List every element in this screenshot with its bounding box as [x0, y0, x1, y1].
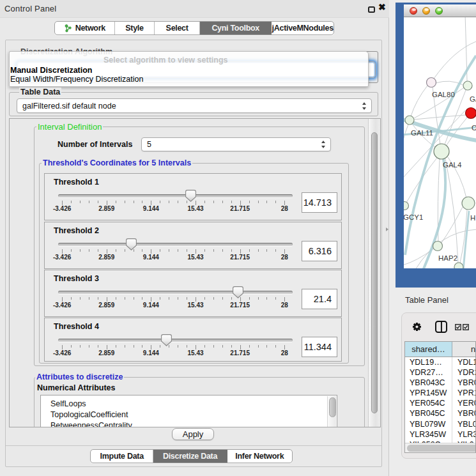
attribute-list-item[interactable]: BetweennessCentrality [41, 420, 337, 427]
network-window-titlebar[interactable] [404, 4, 476, 17]
node-bottom[interactable] [454, 263, 463, 268]
threshold-slider-track[interactable] [58, 243, 293, 246]
slider-tick-minor [160, 297, 160, 300]
slider-tick-minor [142, 201, 142, 203]
checkbox-icon[interactable] [463, 324, 469, 330]
threshold-value-field[interactable]: 14.713 [302, 192, 337, 213]
slider-tick-minor [258, 249, 259, 252]
table-horizontal-scrollbar[interactable] [405, 443, 475, 452]
GAL11-node[interactable] [405, 116, 414, 125]
table-data-combobox[interactable]: galFiltered.sif default node [17, 98, 372, 113]
node-H[interactable] [462, 197, 475, 210]
table-row[interactable]: YBL079WYBL0 [405, 419, 476, 429]
tab-network[interactable]: Network [55, 22, 115, 35]
slider-tick-major [196, 345, 196, 349]
table-row[interactable]: YER054CYER0 [405, 398, 476, 408]
apply-button[interactable]: Apply [172, 428, 214, 440]
table-hscrollbar-thumb[interactable] [407, 445, 476, 452]
network-view-window[interactable]: GAL80GACGAL11GAL4GCY1HHAP2 [395, 3, 476, 288]
slider-tick-minor [213, 345, 214, 348]
table-column-header[interactable]: n [452, 342, 476, 357]
window-zoom-button[interactable] [435, 7, 443, 15]
table-row[interactable]: YDR27…YDR2 [405, 367, 476, 378]
slider-tick-minor [213, 201, 214, 203]
algorithm-option[interactable]: Manual Discretization [10, 66, 93, 75]
threshold-panel: Threshold 4-3.4262.8599.14415.4321.71528… [44, 318, 342, 362]
slider-tick-minor [160, 345, 160, 348]
table-row[interactable]: YBR045CYBR0 [405, 408, 476, 418]
threshold-slider-thumb[interactable] [185, 190, 196, 202]
table-row[interactable]: YLR345WYLR3 [405, 429, 476, 440]
slider-tick-minor [125, 345, 125, 348]
checkbox-icon[interactable] [455, 324, 461, 330]
settings-scrollbar-thumb[interactable] [371, 132, 378, 413]
tab-impute-data[interactable]: Impute Data [91, 450, 153, 463]
table-column-header[interactable]: shared… [405, 342, 452, 357]
slider-tick-minor [134, 297, 134, 300]
number-of-intervals-combobox[interactable]: 5 [141, 137, 331, 151]
window-minimize-button[interactable] [422, 7, 430, 15]
threshold-value-field[interactable]: 11.344 [302, 337, 337, 357]
checkbox-icons[interactable] [455, 324, 469, 330]
tab-label: Style [125, 24, 143, 33]
columns-icon[interactable] [435, 321, 447, 333]
tab-cyni-toolbox[interactable]: Cyni Toolbox [200, 22, 272, 35]
threshold-slider-thumb[interactable] [161, 334, 172, 346]
tab-select[interactable]: Select [155, 22, 200, 35]
slider-tick-label: 9.144 [143, 205, 159, 212]
slider-tick-label: 9.144 [143, 302, 159, 309]
threshold-slider-thumb[interactable] [126, 238, 137, 250]
threshold-slider-track[interactable] [58, 291, 293, 294]
slider-tick-minor [231, 345, 232, 348]
slider-tick-label: 15.43 [188, 205, 204, 212]
gear-icon[interactable] [411, 321, 422, 332]
threshold-label: Threshold 1 [54, 178, 99, 187]
tab-discretize-data[interactable]: Discretize Data [153, 450, 227, 463]
slider-tick-minor [178, 201, 178, 203]
attribute-list-item[interactable]: TopologicalCoefficient [41, 410, 337, 420]
node-label: GA [470, 95, 476, 103]
slider-tick-major [240, 201, 241, 205]
numerical-attributes-list[interactable]: SelfLoopsTopologicalCoefficientBetweenne… [40, 395, 337, 427]
tab-style[interactable]: Style [115, 22, 155, 35]
slider-tick-minor [275, 345, 276, 348]
attributes-list-scrollbar[interactable] [327, 396, 336, 427]
threshold-slider-track[interactable] [58, 339, 293, 342]
table-row[interactable]: YDL19…YDL1 [405, 357, 476, 367]
close-icon[interactable]: ✖ [378, 2, 386, 12]
slider-tick-label: 2.859 [98, 205, 114, 212]
slider-tick-minor [125, 249, 125, 252]
GCY1-node[interactable] [404, 202, 409, 210]
table-cell: YBR043C [405, 378, 452, 388]
table-row[interactable]: YPR145WYPR1 [405, 388, 476, 398]
HAP2-node[interactable] [433, 242, 443, 251]
settings-vertical-scrollbar[interactable] [368, 119, 380, 427]
node-2[interactable] [463, 81, 472, 90]
window-close-button[interactable] [410, 7, 417, 15]
tab-jactivemnodules[interactable]: jActiveMNodules [272, 22, 334, 35]
threshold-value-field[interactable]: 6.316 [302, 241, 337, 261]
threshold-value-field[interactable]: 21.4 [302, 289, 337, 309]
threshold-slider-thumb[interactable] [233, 286, 243, 298]
splitpane-collapse-icon[interactable] [386, 227, 388, 231]
attribute-list-item[interactable]: SelfLoops [41, 399, 337, 410]
slider-tick-major [240, 249, 241, 254]
threshold-panel: Threshold 3-3.4262.8599.14415.4321.71528… [44, 270, 342, 317]
GAL4-node[interactable] [434, 144, 449, 159]
float-window-icon[interactable] [368, 6, 375, 13]
tab-infer-network[interactable]: Infer Network [227, 450, 292, 463]
slider-tick-minor [187, 345, 187, 348]
threshold-slider-track[interactable] [58, 194, 293, 197]
slider-tick-label: 15.43 [188, 302, 204, 309]
slider-tick-minor [134, 345, 134, 348]
interval-definition-group-title: Interval Definition [36, 122, 103, 132]
algorithm-option[interactable]: Equal Width/Frequency Discretization [10, 75, 143, 84]
attributes-list-scrollbar-thumb[interactable] [329, 397, 336, 417]
node-red[interactable] [466, 108, 476, 119]
tab-label: Infer Network [235, 452, 284, 461]
slider-tick-minor [249, 201, 250, 203]
network-canvas[interactable]: GAL80GACGAL11GAL4GCY1HHAP2 [404, 17, 476, 268]
slider-tick-major [151, 297, 151, 302]
GAL80-node[interactable] [427, 78, 436, 88]
table-row[interactable]: YBR043CYBR0 [405, 378, 476, 388]
